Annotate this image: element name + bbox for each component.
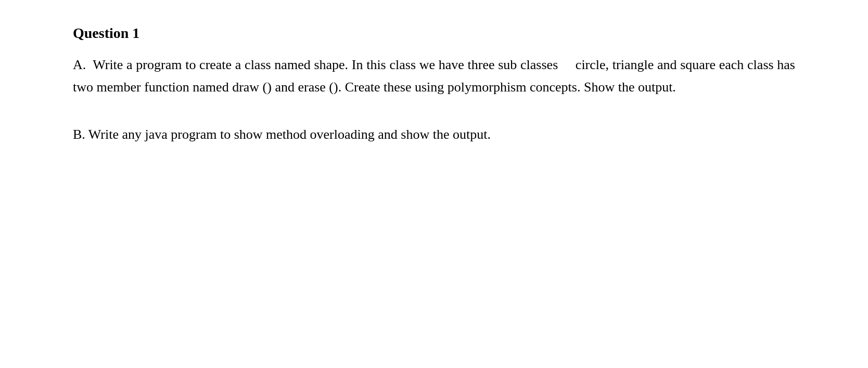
part-a-label: A. Write a program to create a class nam… — [73, 57, 795, 95]
part-b: B. Write any java program to show method… — [73, 124, 795, 146]
part-a: A. Write a program to create a class nam… — [73, 54, 795, 99]
part-b-label: B. Write any java program to show method… — [73, 127, 491, 142]
page-container: Question 1 A. Write a program to create … — [0, 0, 868, 368]
question-title: Question 1 — [73, 25, 795, 42]
